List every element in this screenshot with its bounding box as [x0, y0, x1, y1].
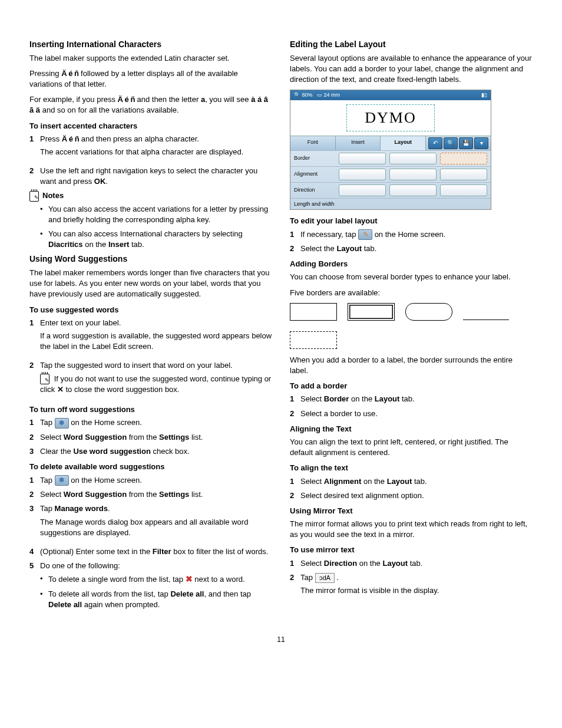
step: 1 Select Border on the Layout tab.	[290, 394, 533, 404]
heading-aligning-text: Aligning the Text	[290, 424, 533, 434]
note-icon	[29, 191, 39, 202]
heading-edit-layout: Editing the Label Layout	[290, 39, 533, 51]
border-option[interactable]	[339, 153, 386, 164]
border-option-selected[interactable]	[440, 153, 487, 164]
accent-key-icon: Ä é ñ	[61, 69, 78, 78]
direction-option[interactable]	[339, 185, 386, 196]
notes-label: Notes	[42, 190, 64, 201]
cassette-icon: ▭	[317, 92, 322, 98]
step: 2 Select Word Suggestion from the Settin…	[29, 432, 272, 443]
label-preview: DYMO	[346, 104, 434, 131]
step: 2 Tap the suggested word to insert that …	[29, 360, 272, 400]
para: Several layout options are available to …	[290, 53, 533, 85]
heading-mirror-text: Using Mirror Text	[290, 506, 533, 516]
border-sample-rounded	[405, 303, 452, 321]
accent-key-icon: Ä é ñ	[118, 95, 135, 104]
undo-icon[interactable]: ↶	[428, 137, 442, 149]
delete-x-icon: ✖	[186, 574, 193, 584]
settings-icon: ✽	[55, 475, 69, 486]
heading-to-use-mirror: To use mirror text	[290, 545, 533, 555]
para: Five borders are available:	[290, 288, 533, 298]
heading-inserting-intl: Inserting International Characters	[29, 39, 272, 51]
step: 1 Select Alignment on the Layout tab.	[290, 476, 533, 487]
close-icon: ✕	[57, 385, 64, 394]
step: 2 Select the Layout tab.	[290, 243, 533, 254]
heading-to-edit-layout: To edit your label layout	[290, 216, 533, 226]
step: 2 Use the left and right navigation keys…	[29, 166, 272, 187]
heading-delete-ws: To delete available word suggestions	[29, 462, 272, 472]
tab-font[interactable]: Font	[290, 136, 336, 150]
direction-option[interactable]	[389, 185, 437, 196]
border-option[interactable]	[389, 153, 437, 164]
step: 2Select a border to use.	[290, 409, 533, 419]
heading-turnoff-ws: To turn off word suggestions	[29, 404, 272, 415]
align-option[interactable]	[440, 169, 487, 180]
step: 1 Press Ä é ñ and then press an alpha ch…	[29, 134, 272, 162]
para: When you add a border to a label, the bo…	[290, 355, 533, 376]
heading-word-suggestions: Using Word Suggestions	[29, 253, 272, 265]
settings-icon: ✽	[55, 418, 69, 429]
step: 3 Clear the Use word suggestion check bo…	[29, 446, 272, 457]
para: The label maker supports the extended La…	[29, 53, 272, 64]
dropdown-icon[interactable]: ▾	[474, 137, 488, 149]
align-option[interactable]	[339, 169, 386, 180]
step: 2Select desired text alignment option.	[290, 490, 533, 501]
border-samples	[290, 303, 533, 349]
border-sample-dashed	[290, 331, 337, 349]
app-screenshot: 🔍 80% ▭ 24 mm ▮▯ DYMO Font Insert Layout…	[290, 90, 491, 210]
page-number: 11	[29, 635, 533, 645]
para: The mirror format allows you to print te…	[290, 519, 533, 540]
heading-insert-accented: To insert accented characters	[29, 121, 272, 131]
para: You can align the text to print left, ce…	[290, 437, 533, 458]
note-icon	[40, 374, 49, 384]
zoom-icon[interactable]: 🔍	[444, 137, 458, 149]
zoom-icon: 🔍	[294, 92, 300, 98]
step: 5 Do one of the following: To delete a s…	[29, 561, 272, 614]
edit-icon: ✎	[358, 229, 372, 240]
direction-option[interactable]	[440, 185, 487, 196]
step: 1 Tap ✽ on the Home screen.	[29, 417, 272, 429]
step: 1 Tap ✽ on the Home screen.	[29, 475, 272, 486]
para: Pressing Ä é ñ followed by a letter disp…	[29, 68, 272, 90]
heading-to-align-text: To align the text	[290, 463, 533, 473]
heading-use-suggested: To use suggested words	[29, 305, 272, 315]
heading-to-add-border: To add a border	[290, 381, 533, 391]
step: 2 Tap Abc . The mirror format is visible…	[290, 572, 533, 601]
align-option[interactable]	[389, 169, 437, 180]
note-item: You can also access the accent variation…	[40, 204, 272, 225]
ok-key-icon: OK	[94, 177, 106, 186]
note-item: You can also access International charac…	[40, 229, 272, 250]
step: 1 Enter text on your label. If a word su…	[29, 318, 272, 357]
accent-key-icon: Ä é ñ	[62, 134, 79, 143]
tab-layout[interactable]: Layout	[381, 136, 426, 150]
battery-icon: ▮▯	[481, 91, 487, 99]
step: 1 If necessary, tap ✎ on the Home screen…	[290, 229, 533, 241]
step: 3 Tap Manage words. The Manage words dia…	[29, 503, 272, 543]
step: 4 (Optional) Enter some text in the Filt…	[29, 546, 272, 557]
step: 1 Select Direction on the Layout tab.	[290, 558, 533, 569]
border-sample-solid	[290, 303, 337, 321]
mirror-abc-icon: Abc	[315, 573, 335, 583]
para: You can choose from several border types…	[290, 272, 533, 282]
tab-insert[interactable]: Insert	[336, 136, 381, 150]
para: For example, if you press Ä é ñ and then…	[29, 94, 272, 116]
save-icon[interactable]: 💾	[459, 137, 473, 149]
step: 2 Select Word Suggestion from the Settin…	[29, 489, 272, 500]
border-sample-underline	[463, 303, 509, 320]
border-sample-double	[348, 303, 395, 321]
para: The label maker remembers words longer t…	[29, 268, 272, 300]
heading-adding-borders: Adding Borders	[290, 259, 533, 269]
